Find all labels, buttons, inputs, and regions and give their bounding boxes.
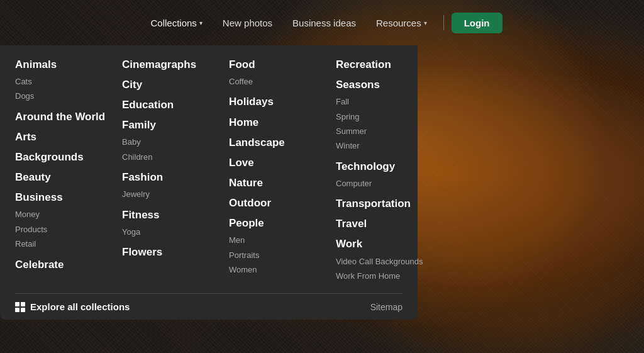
menu-category-holidays[interactable]: Holidays — [229, 95, 331, 109]
dropdown-footer: Explore all collections Sitemap — [15, 293, 402, 320]
menu-sub-fall[interactable]: Fall — [336, 94, 457, 109]
menu-sub-summer[interactable]: Summer — [336, 124, 457, 138]
menu-category-cinemagraphs[interactable]: Cinemagraphs — [122, 58, 224, 72]
menu-category-fitness[interactable]: Fitness — [122, 208, 224, 222]
menu-category-nature[interactable]: Nature — [229, 176, 331, 190]
menu-sub-money[interactable]: Money — [15, 207, 117, 221]
menu-category-work[interactable]: Work — [336, 237, 457, 251]
dropdown-col-1: AnimalsCatsDogsAround the WorldArtsBackg… — [15, 58, 122, 283]
menu-sub-jewelry[interactable]: Jewelry — [122, 187, 224, 201]
menu-sub-baby[interactable]: Baby — [122, 135, 224, 149]
menu-category-arts[interactable]: Arts — [15, 130, 117, 144]
menu-category-city[interactable]: City — [122, 78, 224, 92]
menu-category-animals[interactable]: Animals — [15, 58, 117, 72]
menu-sub-men[interactable]: Men — [229, 233, 331, 247]
menu-category-seasons[interactable]: Seasons — [336, 78, 457, 92]
menu-sub-winter[interactable]: Winter — [336, 138, 457, 153]
menu-category-landscape[interactable]: Landscape — [229, 136, 331, 150]
menu-category-beauty[interactable]: Beauty — [15, 171, 117, 184]
sitemap-link[interactable]: Sitemap — [370, 302, 402, 312]
menu-sub-yoga[interactable]: Yoga — [122, 225, 224, 239]
nav-divider — [443, 15, 444, 30]
nav-resources[interactable]: Resources ▾ — [367, 13, 436, 33]
collections-dropdown: AnimalsCatsDogsAround the WorldArtsBackg… — [0, 45, 418, 320]
menu-category-transportation[interactable]: Transportation — [336, 197, 457, 211]
dropdown-col-2: CinemagraphsCityEducationFamilyBabyChild… — [122, 58, 229, 283]
nav-collections-label: Collections — [150, 18, 196, 28]
menu-category-backgrounds[interactable]: Backgrounds — [15, 150, 117, 164]
nav-new-photos-label: New photos — [223, 18, 272, 28]
menu-category-celebrate[interactable]: Celebrate — [15, 258, 117, 272]
menu-sub-products[interactable]: Products — [15, 222, 117, 237]
nav-collections[interactable]: Collections ▾ — [142, 13, 211, 33]
explore-all-label: Explore all collections — [30, 301, 130, 312]
menu-sub-portraits[interactable]: Portraits — [229, 248, 331, 262]
menu-category-business[interactable]: Business — [15, 191, 117, 205]
login-button[interactable]: Login — [452, 13, 502, 33]
menu-sub-children[interactable]: Children — [122, 150, 224, 164]
dropdown-grid: AnimalsCatsDogsAround the WorldArtsBackg… — [15, 58, 402, 293]
menu-category-outdoor[interactable]: Outdoor — [229, 196, 331, 210]
nav-items: Collections ▾ New photos Business ideas … — [142, 13, 502, 33]
menu-category-people[interactable]: People — [229, 216, 331, 230]
menu-category-flowers[interactable]: Flowers — [122, 245, 224, 259]
nav-new-photos[interactable]: New photos — [214, 13, 281, 33]
chevron-down-icon: ▾ — [199, 20, 203, 26]
menu-category-love[interactable]: Love — [229, 156, 331, 170]
menu-sub-computer[interactable]: Computer — [336, 176, 457, 191]
menu-sub-work-from-home[interactable]: Work From Home — [336, 269, 457, 283]
navbar: Collections ▾ New photos Business ideas … — [0, 0, 644, 45]
menu-category-technology[interactable]: Technology — [336, 160, 457, 174]
chevron-down-icon-resources: ▾ — [424, 20, 427, 26]
grid-icon — [15, 302, 25, 312]
menu-sub-coffee[interactable]: Coffee — [229, 74, 331, 89]
explore-all-button[interactable]: Explore all collections — [15, 301, 130, 312]
menu-category-family[interactable]: Family — [122, 118, 224, 132]
menu-category-around-the-world[interactable]: Around the World — [15, 110, 117, 124]
dropdown-col-3: FoodCoffeeHolidaysHomeLandscapeLoveNatur… — [229, 58, 336, 283]
menu-category-home[interactable]: Home — [229, 116, 331, 130]
nav-business-ideas-label: Business ideas — [292, 18, 356, 28]
dropdown-col-4: RecreationSeasonsFallSpringSummerWinterT… — [336, 58, 462, 283]
menu-sub-retail[interactable]: Retail — [15, 237, 117, 251]
menu-sub-dogs[interactable]: Dogs — [15, 89, 117, 103]
nav-resources-label: Resources — [376, 18, 421, 28]
menu-category-fashion[interactable]: Fashion — [122, 171, 224, 184]
menu-sub-women[interactable]: Women — [229, 262, 331, 277]
menu-category-food[interactable]: Food — [229, 58, 331, 72]
menu-sub-video-call-backgrounds[interactable]: Video Call Backgrounds — [336, 254, 457, 269]
menu-category-education[interactable]: Education — [122, 98, 224, 112]
menu-sub-cats[interactable]: Cats — [15, 74, 117, 89]
nav-business-ideas[interactable]: Business ideas — [284, 13, 365, 33]
menu-category-travel[interactable]: Travel — [336, 217, 457, 231]
menu-sub-spring[interactable]: Spring — [336, 109, 457, 124]
menu-category-recreation[interactable]: Recreation — [336, 58, 457, 72]
